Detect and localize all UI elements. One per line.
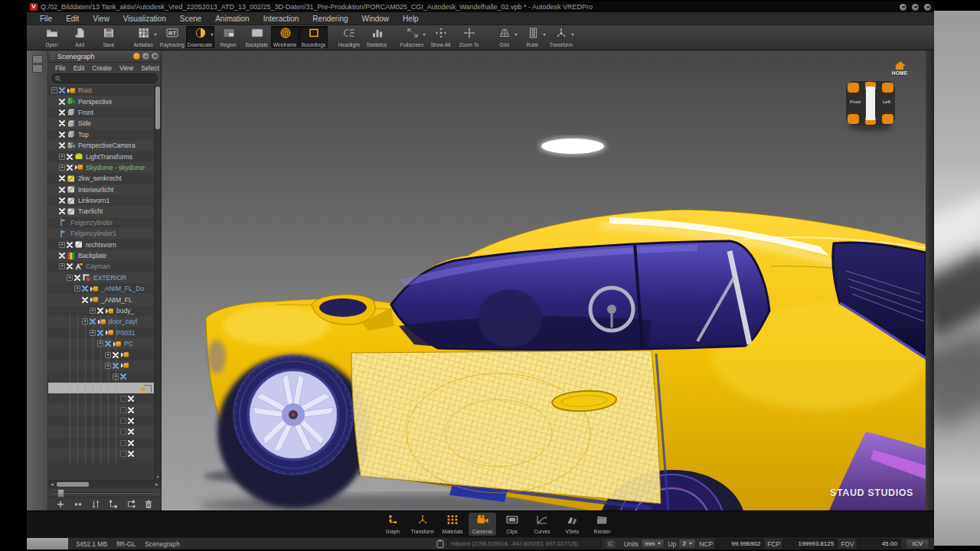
menu-file[interactable]: File (33, 15, 59, 23)
tree-item-felgencylinder1[interactable]: Felgencylinder1 (48, 228, 161, 239)
chevron-down-icon[interactable] (154, 34, 157, 36)
visibility-x-icon[interactable] (59, 197, 65, 204)
scenegraph-menu-edit[interactable]: Edit (70, 64, 89, 72)
hitpoint-field[interactable]: Hitpoint (2296.815918, -847.609253, 697.… (447, 539, 602, 549)
tree-item--anim-fl-do[interactable]: +_ANIM_FL_Do (48, 283, 161, 294)
scenegraph-menu-create[interactable]: Create (88, 64, 116, 72)
toolbar-headlight-button[interactable]: Headlight (335, 26, 363, 48)
expander-icon[interactable]: + (59, 154, 65, 160)
viewcube-face-left[interactable]: Left (883, 99, 890, 104)
search-input[interactable] (63, 75, 154, 82)
visibility-x-icon[interactable] (59, 253, 65, 259)
toolbar-statistics-button[interactable]: Statistics (363, 26, 391, 48)
visibility-x-icon[interactable] (97, 308, 103, 314)
tree-item-tuerlicht[interactable]: Tuerlicht (48, 206, 161, 217)
menu-interaction[interactable]: Interaction (256, 15, 306, 23)
expander-icon[interactable]: + (90, 308, 96, 314)
toolbar-showall-button[interactable]: Show All (426, 26, 455, 48)
add-node-button[interactable] (56, 500, 65, 509)
visibility-x-icon[interactable] (59, 109, 65, 116)
visibility-x-icon[interactable] (59, 142, 65, 148)
tree-item-skydome-skydome[interactable]: +Skydome - skydome (48, 162, 161, 173)
tree-item-backplate[interactable]: Backplate (48, 250, 161, 261)
show-optimize-button[interactable] (74, 500, 83, 509)
scrollbar-thumb[interactable] (155, 86, 160, 129)
panel-tab[interactable] (32, 64, 43, 73)
tree-item-interieurlicht[interactable]: Interieurlicht (48, 184, 161, 195)
scenegraph-header[interactable]: Scenegraph + ✕ (48, 51, 161, 63)
dock-graph-button[interactable]: Graph (379, 513, 407, 536)
visibility-x-icon[interactable] (120, 373, 126, 380)
toolbar-wireframe-button[interactable]: Wireframe (271, 26, 299, 48)
fcp-field[interactable]: 199993.8125 (782, 539, 838, 549)
viewcube-corner[interactable] (882, 83, 893, 93)
viewcube[interactable]: Front Left (846, 81, 895, 126)
tree-item-door-cayf[interactable]: +door_cayf (48, 316, 161, 327)
viewcube-home[interactable]: HOME (886, 61, 913, 76)
expander-icon[interactable]: · (120, 418, 126, 424)
tree-item-node[interactable]: + (48, 349, 161, 360)
dock-render-button[interactable]: Render (588, 513, 616, 536)
chevron-down-icon[interactable] (211, 34, 214, 36)
visibility-x-icon[interactable] (67, 263, 73, 269)
expander-icon[interactable]: · (120, 440, 126, 446)
tree-item-rechtsvorn[interactable]: +rechtsvorn (48, 239, 161, 249)
visibility-x-icon[interactable] (59, 175, 65, 181)
viewport-3d[interactable]: Front Left HOME STAUD STUDIOS (162, 51, 926, 510)
scroll-left-icon[interactable]: ◄ (50, 481, 54, 487)
sort-button[interactable] (91, 500, 100, 509)
expander-icon[interactable]: · (120, 451, 126, 457)
visibility-x-icon[interactable] (59, 87, 65, 93)
menu-visualization[interactable]: Visualization (116, 15, 173, 23)
toolbar-raytracing-button[interactable]: RTRaytracing (158, 26, 186, 48)
viewcube-corner[interactable] (848, 83, 859, 93)
visibility-x-icon[interactable] (128, 407, 134, 413)
graph-path-button[interactable] (126, 500, 136, 509)
units-select[interactable]: mm (641, 539, 665, 549)
dock-cameras-button[interactable]: Cameras (469, 513, 496, 536)
tree-item-node[interactable]: · (48, 438, 161, 448)
toolbar-backplate-button[interactable]: Backplate (243, 26, 271, 48)
close-button[interactable] (924, 4, 931, 11)
toolbar-add-button[interactable]: Add (66, 26, 94, 48)
dock-vsets-button[interactable]: VSets (558, 513, 586, 536)
tree-item-node[interactable]: · (48, 448, 161, 459)
expander-icon[interactable]: · (120, 407, 126, 413)
toolbar-antialias-button[interactable]: Antialias (129, 26, 158, 48)
dock-materials-button[interactable]: Materials (439, 513, 466, 536)
tree-item-node[interactable]: · (48, 393, 161, 404)
tree-item-node[interactable]: + (48, 371, 161, 382)
scenegraph-menu-file[interactable]: File (51, 64, 70, 72)
tree-item-p0031[interactable]: +P0031 (48, 328, 161, 338)
visibility-x-icon[interactable] (82, 285, 88, 292)
tree-item-side[interactable]: Side (48, 118, 161, 129)
toolbar-grid-button[interactable]: Grid (490, 26, 518, 48)
horizontal-scrollbar[interactable]: ◄ ► (48, 480, 161, 488)
chevron-down-icon[interactable] (423, 34, 426, 36)
menu-help[interactable]: Help (396, 15, 426, 23)
visibility-x-icon[interactable] (67, 165, 73, 171)
toolbar-save-button[interactable]: Save (94, 26, 122, 48)
chevron-down-icon[interactable] (543, 34, 546, 36)
scroll-down-icon[interactable]: ▼ (155, 474, 161, 479)
visibility-x-icon[interactable] (59, 132, 65, 138)
fov-field[interactable]: 45.00 (857, 539, 901, 549)
chevron-down-icon[interactable] (514, 34, 518, 36)
dock-transform-button[interactable]: Transform (409, 513, 436, 536)
tree-item-cayman[interactable]: +Cayman (48, 261, 161, 272)
titlebar[interactable]: V Q:/02_Bilddaten/13 Tank_aktiv/Autodesk… (27, 2, 934, 12)
viewcube-body[interactable]: Front Left (846, 81, 895, 126)
menu-rendering[interactable]: Rendering (305, 15, 354, 23)
visibility-x-icon[interactable] (128, 440, 134, 446)
tree-item-root[interactable]: −Root (48, 85, 161, 96)
expander-icon[interactable]: + (59, 165, 65, 171)
menu-window[interactable]: Window (355, 15, 397, 23)
slider-thumb[interactable] (57, 489, 64, 497)
visibility-x-icon[interactable] (59, 208, 65, 214)
resize-corner[interactable] (27, 538, 68, 549)
toolbar-open-button[interactable]: Open (38, 26, 66, 48)
visibility-x-icon[interactable] (59, 99, 65, 105)
tree-item-perspective[interactable]: Perspective (48, 96, 161, 106)
viewcube-corner[interactable] (882, 114, 893, 124)
viewcube-corner[interactable] (848, 114, 859, 124)
